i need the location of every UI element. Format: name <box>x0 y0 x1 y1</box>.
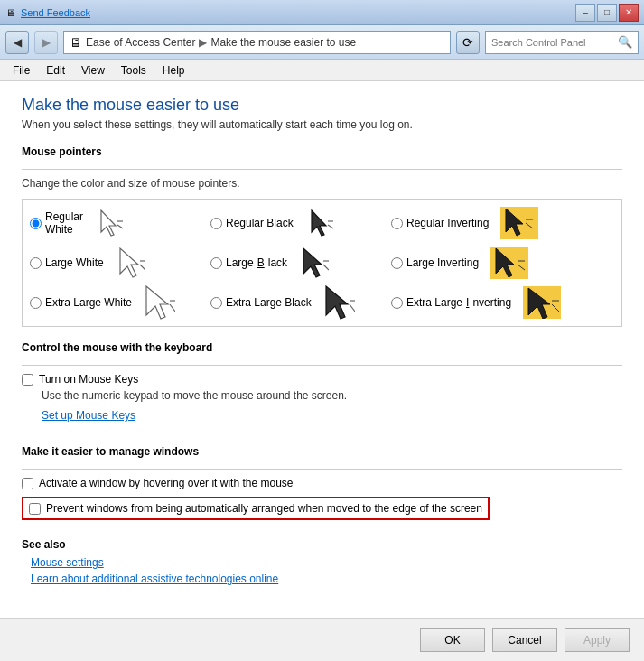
svg-marker-23 <box>326 286 348 319</box>
pointer-row-2: Large White Large Black Large Inverting <box>30 247 614 279</box>
see-also-section: See also Mouse settings Learn about addi… <box>22 538 622 585</box>
search-input[interactable] <box>491 37 618 48</box>
menu-file[interactable]: File <box>5 62 37 79</box>
radio-ew-input[interactable] <box>30 297 42 309</box>
radio-extra-large-white[interactable]: Extra Large White <box>30 296 132 309</box>
pointer-cell-ew: Extra Large White <box>30 286 210 319</box>
cursor-preview-ei <box>517 286 567 319</box>
radio-lw-input[interactable] <box>30 257 42 269</box>
see-also-title: See also <box>22 538 622 551</box>
send-feedback-link[interactable]: Send Feedback <box>21 7 90 18</box>
address-text: Ease of Access Center ▶ Make the mouse e… <box>86 36 356 49</box>
mouse-keys-label[interactable]: Turn on Mouse Keys <box>39 373 138 386</box>
prevent-arrange-highlight-box: Prevent windows from being automatically… <box>22 497 490 520</box>
pointer-grid: RegularWhite Regular Black Regular Inver… <box>22 199 622 327</box>
cancel-button[interactable]: Cancel <box>492 628 557 652</box>
forward-button[interactable]: ▶ <box>34 31 58 54</box>
mouse-keys-checkbox[interactable] <box>22 374 33 386</box>
radio-eb-input[interactable] <box>210 297 222 309</box>
pointer-cell-lw: Large White <box>30 247 210 279</box>
cursor-preview-li <box>484 247 535 279</box>
pointer-cell-eb: Extra Large Black <box>210 286 391 319</box>
keyboard-section-title: Control the mouse with the keyboard <box>22 341 622 354</box>
mouse-settings-link[interactable]: Mouse settings <box>31 556 622 569</box>
keyboard-section-divider <box>22 365 622 366</box>
assistive-tech-link[interactable]: Learn about additional assistive technol… <box>31 573 622 585</box>
svg-marker-3 <box>312 210 326 236</box>
mouse-pointers-sub: Change the color and size of mouse point… <box>22 177 622 190</box>
radio-large-white[interactable]: Large White <box>30 256 104 269</box>
hover-window-checkbox[interactable] <box>22 478 33 489</box>
mouse-keys-checkbox-row: Turn on Mouse Keys <box>22 373 622 386</box>
mouse-keys-desc: Use the numeric keypad to move the mouse… <box>42 389 622 402</box>
cursor-preview-rb <box>299 207 342 239</box>
address-icon: 🖥 <box>70 35 82 50</box>
radio-lb-input[interactable] <box>210 257 222 269</box>
breadcrumb-path1[interactable]: Ease of Access Center <box>86 36 195 49</box>
windows-section-title: Make it easier to manage windows <box>22 445 622 458</box>
cursor-preview-lb <box>293 247 336 279</box>
back-button[interactable]: ◀ <box>5 31 29 54</box>
svg-line-22 <box>170 304 175 312</box>
ok-button[interactable]: OK <box>420 628 485 652</box>
apply-button[interactable]: Apply <box>565 628 630 652</box>
windows-section: Make it easier to manage windows Activat… <box>22 445 622 529</box>
title-bar-left: 🖥 Send Feedback <box>5 7 98 18</box>
windows-section-divider <box>22 469 622 470</box>
menu-tools[interactable]: Tools <box>114 62 154 79</box>
hover-window-checkbox-row: Activate a window by hovering over it wi… <box>22 477 622 489</box>
radio-regular-white[interactable]: RegularWhite <box>30 210 83 236</box>
pointer-cell-ri: Regular Inverting <box>391 207 590 239</box>
restore-button[interactable]: □ <box>597 4 617 22</box>
radio-large-inverting[interactable]: Large Inverting <box>391 256 479 269</box>
refresh-button[interactable]: ⟳ <box>456 31 480 54</box>
radio-large-black[interactable]: Large Black <box>210 256 287 269</box>
svg-line-25 <box>350 304 355 312</box>
svg-marker-13 <box>303 248 322 277</box>
radio-regular-inverting[interactable]: Regular Inverting <box>391 217 489 229</box>
cursor-preview-ew <box>137 286 181 319</box>
button-bar: OK Cancel Apply <box>0 618 644 661</box>
main-content: Make the mouse easier to use When you se… <box>0 81 644 618</box>
svg-line-5 <box>328 225 333 228</box>
cursor-preview-rw <box>89 207 132 239</box>
hover-window-label[interactable]: Activate a window by hovering over it wi… <box>39 477 293 489</box>
pointer-cell-lb: Large Black <box>210 247 391 279</box>
radio-extra-large-inverting[interactable]: Extra Large Inverting <box>391 296 511 309</box>
pointer-cell-li: Large Inverting <box>391 247 590 279</box>
radio-rb-input[interactable] <box>210 218 222 229</box>
window-icon: 🖥 <box>5 7 15 18</box>
svg-marker-20 <box>146 286 168 319</box>
prevent-arrange-checkbox[interactable] <box>29 503 41 515</box>
menu-edit[interactable]: Edit <box>39 62 72 79</box>
svg-line-12 <box>140 265 145 270</box>
address-bar-input[interactable]: 🖥 Ease of Access Center ▶ Make the mouse… <box>63 31 451 54</box>
menu-help[interactable]: Help <box>155 62 192 79</box>
breadcrumb-path2: Make the mouse easier to use <box>210 36 356 49</box>
close-button[interactable]: ✕ <box>619 4 639 22</box>
radio-li-input[interactable] <box>391 257 403 269</box>
search-icon: 🔍 <box>618 35 632 49</box>
breadcrumb-sep: ▶ <box>199 36 207 49</box>
menu-view[interactable]: View <box>74 62 112 79</box>
radio-ei-input[interactable] <box>391 297 403 309</box>
search-wrap[interactable]: 🔍 <box>485 31 639 54</box>
menu-bar: File Edit View Tools Help <box>0 60 644 81</box>
cursor-preview-ri <box>494 207 545 239</box>
svg-line-2 <box>117 225 123 228</box>
pointer-row-3: Extra Large White Extra Large Black Extr… <box>30 286 614 319</box>
pointer-cell-ei: Extra Large Inverting <box>391 286 590 319</box>
svg-marker-10 <box>120 248 138 277</box>
svg-marker-0 <box>101 210 116 236</box>
title-bar: 🖥 Send Feedback – □ ✕ <box>0 0 644 25</box>
minimize-button[interactable]: – <box>575 4 595 22</box>
cursor-preview-eb <box>317 286 360 319</box>
page-subtitle: When you select these settings, they wil… <box>22 118 622 131</box>
radio-regular-black[interactable]: Regular Black <box>210 217 294 229</box>
radio-extra-large-black[interactable]: Extra Large Black <box>210 296 312 309</box>
pointer-cell-rw: RegularWhite <box>30 207 210 239</box>
prevent-arrange-label[interactable]: Prevent windows from being automatically… <box>46 502 482 515</box>
radio-ri-input[interactable] <box>391 218 403 229</box>
radio-rw-input[interactable] <box>30 218 42 229</box>
setup-mouse-keys-link[interactable]: Set up Mouse Keys <box>42 409 135 422</box>
